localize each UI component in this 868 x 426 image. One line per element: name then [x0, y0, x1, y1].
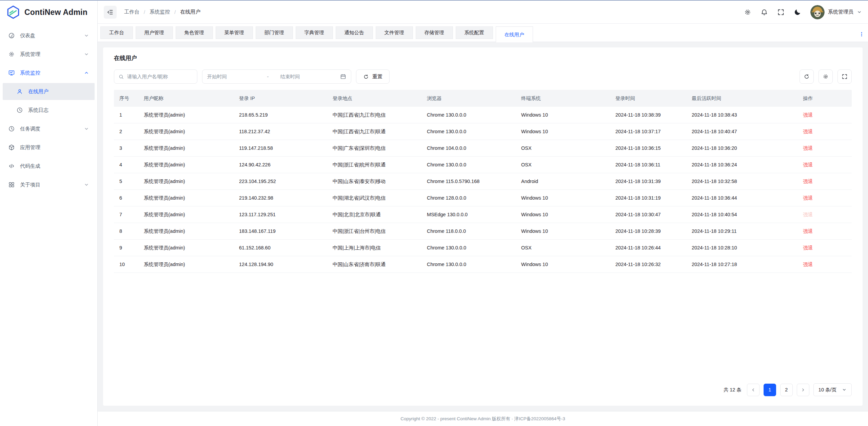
cell-last-active: 2024-11-18 10:29:11	[686, 228, 797, 234]
tab-label: 工作台	[109, 29, 124, 36]
cell-location: 中国|江西省|九江市|联通	[327, 128, 421, 135]
sidebar-item-system-monitor[interactable]: 系统监控	[3, 64, 95, 81]
pagination-prev-button[interactable]	[747, 384, 760, 396]
pagination-page-1[interactable]: 1	[764, 384, 776, 396]
chevron-down-icon	[842, 387, 847, 392]
table-fullscreen-button[interactable]	[837, 69, 852, 84]
force-logout-link[interactable]: 强退	[803, 228, 813, 234]
tab-online-users[interactable]: 在线用户	[496, 26, 533, 42]
cell-login-time: 2024-11-18 10:30:47	[610, 212, 686, 217]
col-header-browser: 浏览器	[421, 95, 516, 102]
page-size-value: 10 条/页	[818, 387, 836, 393]
cell-index: 6	[114, 195, 138, 201]
user-name: 系统管理员	[828, 9, 853, 15]
force-logout-link[interactable]: 强退	[803, 179, 813, 184]
sidebar-collapse-button[interactable]	[104, 6, 117, 19]
bell-icon[interactable]	[761, 8, 768, 16]
sidebar-item-code-generation[interactable]: 代码生成	[3, 158, 95, 175]
table-row: 9 系统管理员(admin) 61.152.168.60 中国|上海|上海市|电…	[114, 240, 852, 256]
fullscreen-icon[interactable]	[777, 8, 785, 16]
force-logout-link[interactable]: 强退	[803, 262, 813, 267]
cell-os: Windows 10	[516, 212, 610, 217]
chevron-down-icon	[84, 182, 89, 187]
force-logout-link[interactable]: 强退	[803, 245, 813, 250]
tab-storage-management[interactable]: 存储管理	[416, 26, 453, 39]
pagination-next-button[interactable]	[797, 384, 809, 396]
cell-last-active: 2024-11-18 10:40:47	[686, 129, 797, 134]
topbar: 工作台 / 系统监控 / 在线用户	[98, 1, 868, 24]
cell-os: Windows 10	[516, 129, 610, 134]
cell-browser: Chrome 128.0.0.0	[421, 195, 516, 201]
table-row: 2 系统管理员(admin) 118.212.37.42 中国|江西省|九江市|…	[114, 123, 852, 140]
cell-browser: MSEdge 130.0.0.0	[421, 212, 516, 217]
force-logout-link[interactable]: 强退	[803, 129, 813, 134]
col-header-index: 序号	[114, 95, 138, 102]
tab-label: 菜单管理	[224, 29, 244, 36]
cell-location: 中国|湖北省|武汉市|电信	[327, 195, 421, 201]
cell-location: 中国|江西省|九江市|电信	[327, 112, 421, 118]
tab-notice[interactable]: 通知公告	[336, 26, 373, 39]
chevron-right-icon	[801, 387, 806, 392]
tab-department-management[interactable]: 部门管理	[256, 26, 293, 39]
tab-file-management[interactable]: 文件管理	[376, 26, 413, 39]
force-logout-link[interactable]: 强退	[803, 145, 813, 151]
cell-ip: 124.90.42.226	[234, 162, 327, 167]
search-input[interactable]	[127, 74, 193, 79]
cell-last-active: 2024-11-18 10:40:54	[686, 212, 797, 217]
tab-role-management[interactable]: 角色管理	[176, 26, 213, 39]
chevron-down-icon	[84, 33, 89, 38]
sidebar-item-online-users[interactable]: 在线用户	[3, 83, 95, 100]
topbar-actions: 系统管理员	[744, 5, 862, 19]
sidebar-item-system-logs[interactable]: 系统日志	[3, 102, 95, 119]
sidebar-item-dashboard[interactable]: 仪表盘	[3, 27, 95, 44]
logo[interactable]: ContiNew Admin	[0, 1, 97, 24]
cell-login-time: 2024-11-18 10:26:32	[610, 262, 686, 267]
search-field	[114, 69, 197, 84]
cell-os: Windows 10	[516, 228, 610, 234]
pagination-page-2[interactable]: 2	[780, 384, 793, 396]
refresh-button[interactable]	[800, 69, 814, 84]
force-logout-link[interactable]: 强退	[803, 195, 813, 201]
cell-last-active: 2024-11-18 10:36:44	[686, 195, 797, 201]
sidebar-item-about-project[interactable]: 关于项目	[3, 176, 95, 193]
sidebar-item-label: 系统监控	[20, 70, 79, 76]
end-time-placeholder: 结束时间	[272, 74, 337, 80]
breadcrumb-item[interactable]: 工作台	[124, 9, 139, 15]
tab-dict-management[interactable]: 字典管理	[296, 26, 333, 39]
force-logout-link[interactable]: 强退	[803, 162, 813, 167]
column-settings-button[interactable]	[818, 69, 833, 84]
sidebar-item-task-scheduling[interactable]: 任务调度	[3, 120, 95, 137]
table-row: 7 系统管理员(admin) 123.117.129.251 中国|北京|北京市…	[114, 206, 852, 223]
tab-menu-management[interactable]: 菜单管理	[216, 26, 253, 39]
cell-os: OSX	[516, 162, 610, 167]
page-size-select[interactable]: 10 条/页	[813, 383, 852, 396]
menu-fold-icon	[107, 9, 114, 16]
tab-workbench[interactable]: 工作台	[100, 26, 133, 39]
settings-icon[interactable]	[744, 8, 751, 16]
cell-ip: 219.140.232.98	[234, 195, 327, 201]
table-row: 8 系统管理员(admin) 183.148.167.119 中国|浙江省|台州…	[114, 223, 852, 240]
tab-user-management[interactable]: 用户管理	[136, 26, 173, 39]
breadcrumb-item[interactable]: 系统监控	[150, 9, 170, 15]
date-range-picker[interactable]: 开始时间 - 结束时间	[202, 69, 351, 84]
sidebar-item-system-management[interactable]: 系统管理	[3, 46, 95, 63]
tab-label: 文件管理	[384, 29, 404, 36]
cell-index: 4	[114, 162, 138, 167]
force-logout-link[interactable]: 强退	[803, 112, 813, 118]
cell-nickname: 系统管理员(admin)	[138, 112, 234, 118]
moon-icon[interactable]	[794, 8, 801, 16]
range-separator: -	[267, 74, 269, 79]
cell-login-time: 2024-11-18 10:37:17	[610, 129, 686, 134]
more-vertical-icon[interactable]	[859, 31, 865, 37]
cell-browser: Chrome 130.0.0.0	[421, 129, 516, 134]
user-menu[interactable]: 系统管理员	[810, 5, 862, 19]
sidebar-item-app-management[interactable]: 应用管理	[3, 139, 95, 156]
col-header-login-time: 登录时间	[610, 95, 686, 102]
search-icon	[118, 74, 124, 80]
cell-ip: 223.104.195.252	[234, 179, 327, 184]
table-row: 6 系统管理员(admin) 219.140.232.98 中国|湖北省|武汉市…	[114, 190, 852, 206]
tab-system-config[interactable]: 系统配置	[456, 26, 493, 39]
reset-button[interactable]: 重置	[356, 69, 390, 84]
gear-icon	[823, 74, 829, 80]
cell-location: 中国|山东省|济南市|联通	[327, 261, 421, 268]
